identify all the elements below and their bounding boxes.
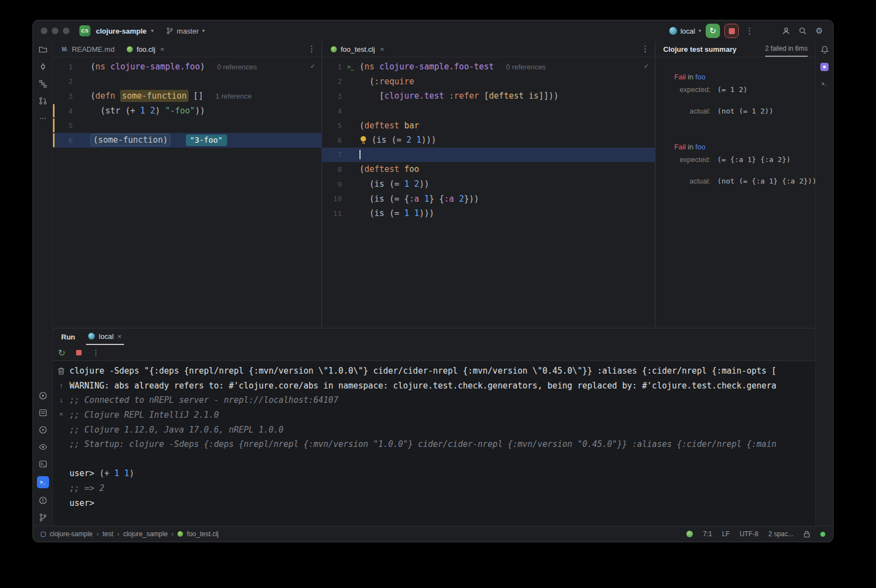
line-number[interactable]: 3 xyxy=(322,92,342,100)
line-number[interactable]: 1 xyxy=(322,63,342,71)
history-next-button[interactable]: ↓ xyxy=(56,395,66,404)
structure-toolwindow-button[interactable] xyxy=(38,79,48,89)
readonly-lock-button[interactable] xyxy=(803,530,810,538)
run-toolwindow-button[interactable] xyxy=(38,391,48,401)
line-number[interactable]: 4 xyxy=(53,107,73,115)
tab-options-button[interactable]: ⋮ xyxy=(639,44,652,54)
code-line[interactable]: 5 xyxy=(53,118,321,133)
line-number[interactable]: 11 xyxy=(322,209,342,218)
line-number[interactable]: 1 xyxy=(53,63,73,71)
tab-options-button[interactable]: ⋮ xyxy=(305,44,318,54)
encoding-widget[interactable]: UTF-8 xyxy=(740,530,759,538)
code-line[interactable]: 4 (str (+ 1 2) "-foo")) xyxy=(53,104,321,118)
console-more-button[interactable]: ⋮ xyxy=(91,348,101,357)
settings-button[interactable]: ⚙ xyxy=(813,25,825,37)
code-line[interactable]: 9 (is (= 1 2)) xyxy=(322,177,655,192)
line-number[interactable]: 5 xyxy=(322,121,342,130)
line-number[interactable]: 6 xyxy=(53,136,73,144)
inline-eval-result[interactable]: "3-foo" xyxy=(186,134,227,146)
code-line[interactable]: 7 xyxy=(322,148,655,163)
line-number[interactable]: 8 xyxy=(322,165,342,174)
line-number[interactable]: 2 xyxy=(322,77,342,85)
more-actions-button[interactable]: ⋮ xyxy=(743,26,756,36)
run-config-selector[interactable]: local ▾ xyxy=(669,27,701,35)
inlay-hint[interactable]: 0 references xyxy=(506,63,546,71)
stop-button[interactable] xyxy=(724,24,739,38)
close-window-button[interactable] xyxy=(41,28,47,34)
close-tab-icon[interactable]: × xyxy=(380,45,384,53)
breadcrumb-item[interactable]: test xyxy=(103,530,113,538)
code-line[interactable]: 2 xyxy=(53,74,321,89)
line-number[interactable]: 5 xyxy=(53,121,73,130)
breadcrumb-item[interactable]: clojure-sample xyxy=(50,530,93,538)
tab-readme[interactable]: M↓ README.md xyxy=(56,41,120,57)
close-tab-icon[interactable]: × xyxy=(160,45,165,53)
project-toolwindow-button[interactable] xyxy=(38,45,48,55)
test-summary-status-tab[interactable]: 2 failed in 6ms xyxy=(765,41,808,57)
run-tab-local[interactable]: local × xyxy=(86,328,123,345)
code-line[interactable]: 8(deftest foo xyxy=(322,162,655,177)
profile-button[interactable] xyxy=(780,25,792,37)
rerun-button[interactable]: ↻ xyxy=(706,24,720,38)
services-toolwindow-button[interactable] xyxy=(38,408,48,418)
breadcrumb-item[interactable]: clojure_sample xyxy=(123,530,168,538)
line-number[interactable]: 2 xyxy=(53,77,73,85)
inlay-hint[interactable]: 1 reference xyxy=(216,92,252,100)
run-toolwindow-title[interactable]: Run xyxy=(61,333,75,341)
code-line[interactable]: 5(deftest bar xyxy=(322,118,655,133)
line-number[interactable]: 10 xyxy=(322,195,342,203)
failed-test-link[interactable]: foo xyxy=(695,143,705,151)
line-number[interactable]: 6 xyxy=(322,136,342,144)
line-number[interactable]: 3 xyxy=(53,92,73,100)
project-name[interactable]: clojure-sample xyxy=(96,27,147,35)
zoom-window-button[interactable] xyxy=(63,28,69,34)
pull-requests-toolwindow-button[interactable] xyxy=(38,96,48,106)
code-line[interactable]: 3 [clojure.test :refer [deftest is]])) xyxy=(322,89,655,104)
preview-toolwindow-button[interactable] xyxy=(38,442,48,452)
line-number[interactable]: 4 xyxy=(322,107,342,115)
rerun-repl-button[interactable]: ↻ xyxy=(57,348,67,358)
repl-terminal-button[interactable]: >_ xyxy=(820,79,830,89)
line-number[interactable]: 7 xyxy=(322,150,342,159)
repl-run-gutter-icon[interactable]: >_ xyxy=(342,64,359,70)
project-icon[interactable]: CS xyxy=(79,25,90,36)
console-output[interactable]: clojure -Sdeps "{:deps {nrepl/nrepl {:mv… xyxy=(69,361,815,526)
code-line[interactable]: 1(ns clojure-sample.foo)0 references xyxy=(53,60,321,74)
editor-foo-test-clj[interactable]: ✓ 1>_(ns clojure-sample.foo-test0 refere… xyxy=(322,57,655,328)
cursive-toolwindow-button[interactable] xyxy=(38,425,48,435)
indent-widget[interactable]: 2 spac... xyxy=(768,530,793,538)
failed-test-link[interactable]: foo xyxy=(695,73,705,81)
search-everywhere-button[interactable] xyxy=(797,25,809,37)
clojure-status-icon[interactable] xyxy=(686,531,693,537)
line-number[interactable]: 9 xyxy=(322,180,342,188)
plugin-toolwindow-button[interactable] xyxy=(820,62,830,72)
notifications-button[interactable] xyxy=(820,45,830,55)
code-line[interactable]: 1>_(ns clojure-sample.foo-test0 referenc… xyxy=(322,60,655,74)
lightbulb-icon[interactable] xyxy=(361,136,367,144)
stop-process-button[interactable] xyxy=(74,350,84,355)
history-previous-button[interactable]: ↑ xyxy=(56,380,66,390)
interrupt-button[interactable]: × xyxy=(56,409,66,419)
tab-foo-test-clj[interactable]: foo_test.clj × xyxy=(325,41,390,57)
version-control-toolwindow-button[interactable] xyxy=(38,513,48,522)
minimize-window-button[interactable] xyxy=(52,28,58,34)
repl-toolwindow-button[interactable]: >_ xyxy=(37,476,49,488)
problems-toolwindow-button[interactable] xyxy=(38,495,48,505)
inlay-hint[interactable]: 0 references xyxy=(217,63,257,71)
code-line[interactable]: 2 (:require xyxy=(322,74,655,89)
caret-position-widget[interactable]: 7:1 xyxy=(703,530,712,538)
close-tab-icon[interactable]: × xyxy=(117,332,122,341)
tab-foo-clj[interactable]: foo.clj × xyxy=(121,41,170,57)
more-toolwindows-button[interactable]: ⋯ xyxy=(38,113,48,123)
clear-console-button[interactable] xyxy=(56,366,66,376)
code-line[interactable]: 6(some-function) "3-foo" xyxy=(53,133,321,148)
code-line[interactable]: 11 (is (= 1 1))) xyxy=(322,206,655,221)
code-line[interactable]: 10 (is (= {:a 1} {:a 2})) xyxy=(322,191,655,206)
commit-toolwindow-button[interactable] xyxy=(38,62,48,72)
line-separator-widget[interactable]: LF xyxy=(722,530,730,538)
code-line[interactable]: 4 xyxy=(322,104,655,118)
terminal-toolwindow-button[interactable] xyxy=(38,459,48,469)
breadcrumb-item[interactable]: foo_test.clj xyxy=(187,530,218,538)
branch-widget[interactable]: master ▾ xyxy=(166,27,205,35)
code-line[interactable]: 3(defn some-function []1 reference xyxy=(53,89,321,104)
